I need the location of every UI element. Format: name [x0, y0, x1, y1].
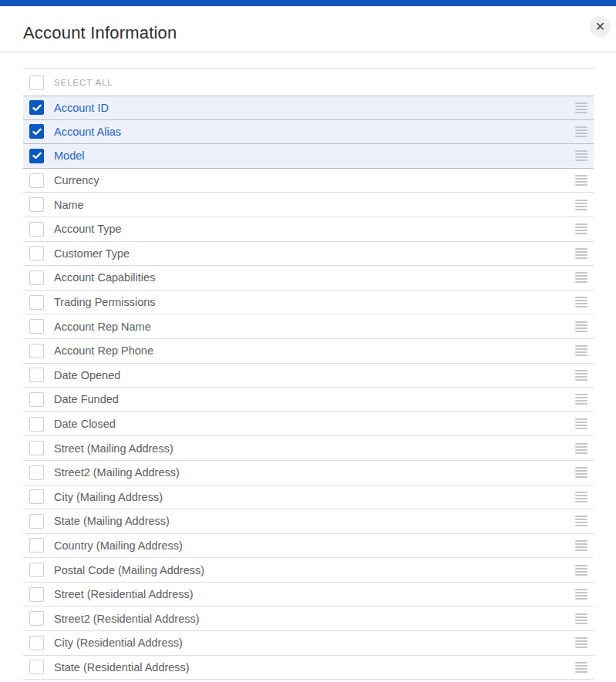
drag-handle-icon[interactable]	[575, 101, 587, 115]
list-item[interactable]: Account ID	[23, 96, 594, 120]
list-item[interactable]: Street2 (Residential Address)	[23, 606, 594, 631]
list-item[interactable]: Account Rep Phone	[23, 339, 594, 364]
row-checkbox[interactable]	[29, 149, 44, 163]
row-label: Street (Residential Address)	[54, 588, 194, 600]
list-item[interactable]: Street2 (Mailing Address)	[23, 461, 594, 485]
row-checkbox[interactable]	[29, 197, 44, 212]
row-label: Trading Permissions	[54, 296, 156, 308]
list-item[interactable]: Account Rep Name	[23, 314, 594, 339]
row-label: Name	[54, 199, 84, 211]
drag-handle-icon[interactable]	[575, 514, 587, 528]
checkmark-icon	[32, 128, 42, 136]
row-checkbox[interactable]	[29, 392, 44, 407]
row-label: City (Mailing Address)	[54, 491, 163, 503]
list-item[interactable]: Country (Mailing Address)	[23, 534, 594, 559]
row-checkbox[interactable]	[29, 246, 44, 260]
list-item[interactable]: Account Type	[23, 217, 594, 242]
list-item[interactable]: Date Closed	[23, 412, 594, 437]
row-checkbox[interactable]	[29, 222, 44, 237]
drag-handle-icon[interactable]	[575, 222, 587, 236]
drag-handle-icon[interactable]	[575, 125, 587, 139]
row-checkbox[interactable]	[29, 319, 44, 334]
column-chooser-list: SELECT ALL Account ID Account Alias	[23, 68, 594, 680]
list-item[interactable]: Account Alias	[23, 120, 594, 145]
drag-handle-icon[interactable]	[575, 636, 587, 650]
row-label: Date Funded	[54, 393, 119, 405]
row-label: Account ID	[54, 102, 109, 114]
row-label: Customer Type	[54, 247, 130, 260]
list-item[interactable]: Postal Code (Mailing Address)	[23, 558, 594, 583]
row-label: Date Opened	[54, 369, 120, 381]
drag-handle-icon[interactable]	[575, 295, 587, 309]
list-item[interactable]: Account Capabilities	[23, 266, 594, 291]
checkmark-icon	[32, 152, 42, 160]
row-checkbox[interactable]	[29, 417, 44, 432]
row-label: Account Rep Name	[54, 321, 151, 333]
row-label: Account Alias	[54, 126, 121, 138]
list-item[interactable]: State (Residential Address)	[23, 656, 594, 680]
drag-handle-icon[interactable]	[575, 149, 587, 163]
row-checkbox[interactable]	[29, 611, 44, 626]
row-checkbox[interactable]	[29, 173, 44, 188]
row-label: Account Type	[54, 223, 122, 235]
row-checkbox[interactable]	[29, 538, 44, 553]
drag-handle-icon[interactable]	[575, 417, 587, 431]
list-item[interactable]: Name	[23, 193, 594, 217]
drag-handle-icon[interactable]	[575, 344, 587, 358]
row-label: Country (Mailing Address)	[54, 539, 183, 552]
row-checkbox[interactable]	[29, 514, 44, 529]
list-item[interactable]: Street (Residential Address)	[23, 583, 594, 607]
drag-handle-icon[interactable]	[575, 270, 587, 284]
select-all-checkbox[interactable]	[29, 76, 44, 90]
list-item[interactable]: Street (Mailing Address)	[23, 436, 594, 461]
row-checkbox[interactable]	[29, 441, 44, 455]
row-label: State (Mailing Address)	[54, 515, 170, 527]
list-item[interactable]: Date Funded	[23, 388, 594, 412]
list-item[interactable]: Trading Permissions	[23, 291, 594, 315]
list-item[interactable]: Model	[23, 144, 594, 169]
top-accent-bar	[0, 0, 616, 6]
select-all-row[interactable]: SELECT ALL	[23, 68, 594, 96]
row-checkbox[interactable]	[29, 636, 44, 650]
drag-handle-icon[interactable]	[575, 173, 587, 187]
page-title: Account Information	[23, 23, 177, 43]
row-checkbox[interactable]	[29, 587, 44, 602]
drag-handle-icon[interactable]	[575, 660, 587, 674]
drag-handle-icon[interactable]	[575, 563, 587, 577]
drag-handle-icon[interactable]	[575, 539, 587, 553]
row-checkbox[interactable]	[29, 368, 44, 382]
row-checkbox[interactable]	[29, 100, 44, 115]
drag-handle-icon[interactable]	[575, 465, 587, 479]
drag-handle-icon[interactable]	[575, 320, 587, 334]
row-label: Account Capabilities	[54, 271, 155, 284]
list-item[interactable]: Customer Type	[23, 242, 594, 267]
drag-handle-icon[interactable]	[575, 247, 587, 260]
drag-handle-icon[interactable]	[575, 490, 587, 504]
list-item[interactable]: City (Mailing Address)	[23, 485, 594, 510]
list-item[interactable]: Currency	[23, 169, 594, 193]
list-item[interactable]: State (Mailing Address)	[23, 509, 594, 534]
row-label: Model	[54, 150, 85, 162]
row-checkbox[interactable]	[29, 270, 44, 285]
drag-handle-icon[interactable]	[575, 392, 587, 406]
row-checkbox[interactable]	[29, 465, 44, 480]
drag-handle-icon[interactable]	[575, 612, 587, 626]
row-label: Currency	[54, 174, 99, 186]
row-checkbox[interactable]	[29, 489, 44, 504]
row-checkbox[interactable]	[29, 295, 44, 310]
row-label: Street2 (Mailing Address)	[54, 466, 180, 479]
drag-handle-icon[interactable]	[575, 587, 587, 601]
drag-handle-icon[interactable]	[575, 198, 587, 212]
list-item[interactable]: Date Opened	[23, 364, 594, 388]
row-label: Street (Mailing Address)	[54, 442, 173, 455]
row-checkbox[interactable]	[29, 563, 44, 577]
drag-handle-icon[interactable]	[575, 442, 587, 455]
row-checkbox[interactable]	[29, 344, 44, 358]
row-checkbox[interactable]	[29, 124, 44, 139]
drag-handle-icon[interactable]	[575, 368, 587, 382]
close-button[interactable]: ✕	[590, 16, 611, 37]
list-item[interactable]: City (Residential Address)	[23, 631, 594, 656]
select-all-label: SELECT ALL	[54, 78, 113, 87]
row-checkbox[interactable]	[29, 660, 44, 674]
checkmark-icon	[32, 104, 42, 112]
